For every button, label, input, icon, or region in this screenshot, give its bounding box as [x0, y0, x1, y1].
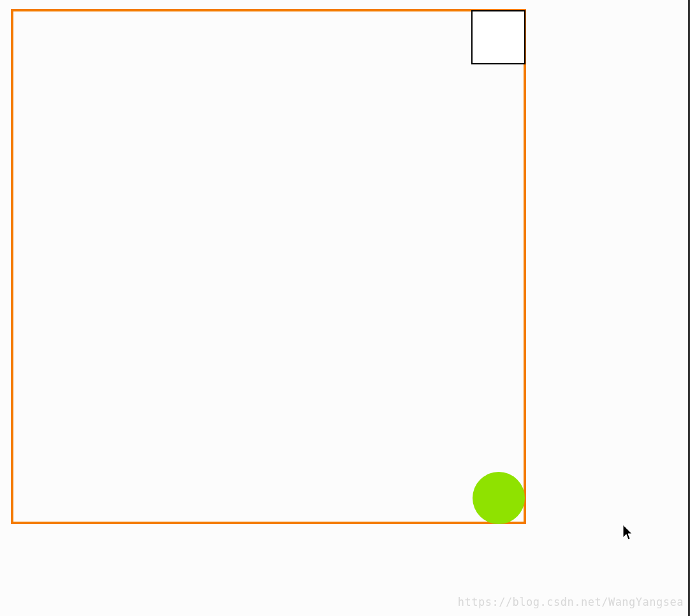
inner-black-square[interactable] [471, 10, 525, 64]
outer-orange-box [11, 9, 526, 524]
watermark-text: https://blog.csdn.net/WangYangsea [458, 596, 684, 608]
green-circle[interactable] [473, 472, 525, 524]
cursor-icon [622, 524, 635, 541]
